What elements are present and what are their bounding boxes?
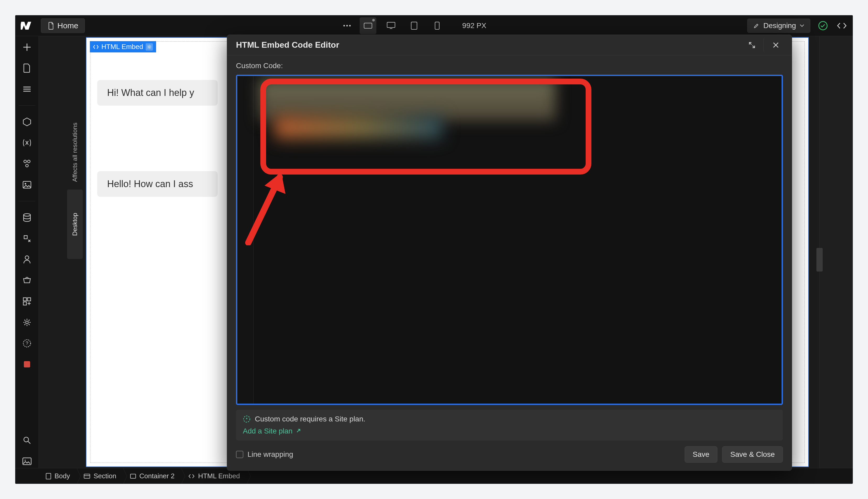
viewport-width-readout: 992 PX — [457, 22, 492, 30]
tablet-breakpoint-tab[interactable] — [406, 17, 423, 34]
add-breakpoint-tab[interactable] — [360, 17, 376, 34]
ecommerce-icon[interactable] — [20, 273, 34, 287]
code-toggle-icon[interactable] — [835, 20, 848, 32]
breakpoint-badge: Affects all resolutions Desktop — [67, 118, 83, 259]
mode-switch-button[interactable]: Designing — [747, 19, 810, 33]
svg-point-10 — [26, 164, 28, 167]
svg-point-24 — [25, 460, 26, 461]
ellipsis-icon[interactable] — [341, 20, 353, 32]
pages-icon[interactable] — [20, 61, 34, 75]
phone-breakpoint-tab[interactable] — [429, 17, 445, 34]
apps-icon[interactable] — [20, 295, 34, 308]
save-and-close-button[interactable]: Save & Close — [722, 446, 783, 463]
home-button[interactable]: Home — [41, 19, 85, 33]
checkbox-box — [236, 451, 243, 458]
help-icon[interactable]: ? — [20, 337, 34, 350]
components-icon[interactable] — [20, 115, 34, 129]
breadcrumb-item-container[interactable]: Container 2 — [123, 468, 181, 484]
svg-rect-3 — [364, 23, 372, 28]
site-plan-notice-text: Custom code requires a Site plan. — [255, 415, 365, 423]
svg-rect-16 — [27, 298, 30, 301]
site-plan-notice: Custom code requires a Site plan. Add a … — [236, 410, 783, 440]
svg-rect-6 — [435, 22, 439, 29]
variables-icon[interactable] — [20, 136, 34, 150]
svg-marker-26 — [265, 172, 286, 194]
webflow-logo[interactable] — [20, 20, 36, 32]
styles-icon[interactable] — [20, 157, 34, 171]
settings-icon[interactable] — [20, 316, 34, 329]
svg-rect-15 — [23, 298, 26, 301]
custom-code-editor[interactable] — [236, 75, 783, 405]
add-site-plan-link[interactable]: Add a Site plan — [243, 427, 776, 435]
svg-rect-21 — [24, 361, 30, 367]
svg-point-22 — [24, 437, 28, 442]
line-wrapping-checkbox[interactable]: Line wrapping — [236, 450, 293, 459]
topbar: Home 992 PX Designing — [15, 15, 853, 36]
custom-code-label: Custom Code: — [236, 62, 783, 70]
mode-switch-label: Designing — [763, 22, 796, 30]
close-modal-button[interactable] — [764, 38, 783, 52]
svg-rect-29 — [84, 474, 90, 478]
cms-icon[interactable] — [20, 211, 34, 224]
users-icon[interactable] — [20, 253, 34, 266]
modal-title: HTML Embed Code Editor — [236, 40, 339, 50]
navigator-icon[interactable] — [20, 82, 34, 96]
svg-point-8 — [24, 160, 26, 163]
assets-icon[interactable] — [20, 178, 34, 192]
gear-icon[interactable] — [146, 43, 153, 51]
svg-rect-30 — [130, 474, 136, 478]
selected-element-tag-label: HTML Embed — [101, 43, 143, 51]
chat-bubble: Hello! How can I ass — [97, 171, 218, 197]
svg-point-0 — [343, 25, 345, 26]
svg-point-13 — [24, 214, 30, 216]
svg-rect-17 — [23, 302, 26, 305]
save-button[interactable]: Save — [685, 446, 718, 463]
panel-resize-handle[interactable] — [816, 248, 823, 271]
svg-point-14 — [25, 256, 29, 259]
svg-rect-5 — [411, 22, 417, 29]
breadcrumb-item-body[interactable]: Body — [39, 468, 77, 484]
left-tool-rail: ? — [15, 36, 39, 468]
right-style-panel — [819, 36, 853, 468]
code-gutter — [237, 76, 253, 404]
svg-rect-4 — [387, 22, 395, 27]
svg-rect-28 — [46, 473, 51, 479]
redacted-code-block — [275, 115, 442, 139]
add-site-plan-link-label: Add a Site plan — [243, 427, 292, 435]
line-wrapping-label: Line wrapping — [248, 450, 293, 459]
logic-icon[interactable] — [20, 232, 34, 245]
desktop-breakpoint-tab[interactable] — [383, 17, 400, 34]
svg-point-25 — [149, 46, 150, 48]
search-icon[interactable] — [20, 434, 34, 447]
svg-point-9 — [27, 160, 30, 163]
svg-point-1 — [346, 25, 348, 26]
svg-point-2 — [349, 25, 351, 26]
breakpoint-badge-name: Desktop — [67, 190, 83, 259]
video-icon[interactable] — [20, 357, 34, 371]
svg-text:?: ? — [25, 341, 28, 346]
audit-icon[interactable] — [20, 454, 34, 468]
add-element-icon[interactable] — [20, 40, 34, 54]
chat-bubble: Hi! What can I help y — [97, 80, 218, 106]
html-embed-editor-modal: HTML Embed Code Editor Custom Code: — [227, 35, 792, 471]
breadcrumb-item-section[interactable]: Section — [77, 468, 123, 484]
breakpoint-badge-hint: Affects all resolutions — [67, 118, 83, 187]
check-circle-icon[interactable] — [817, 20, 829, 32]
svg-point-18 — [26, 321, 28, 324]
home-button-label: Home — [58, 21, 78, 30]
info-dashed-icon — [243, 415, 251, 423]
external-link-icon — [295, 428, 301, 434]
expand-modal-button[interactable] — [745, 38, 759, 52]
redacted-code-block — [259, 79, 556, 121]
selected-element-tag[interactable]: HTML Embed — [90, 41, 156, 52]
svg-point-12 — [25, 183, 26, 184]
